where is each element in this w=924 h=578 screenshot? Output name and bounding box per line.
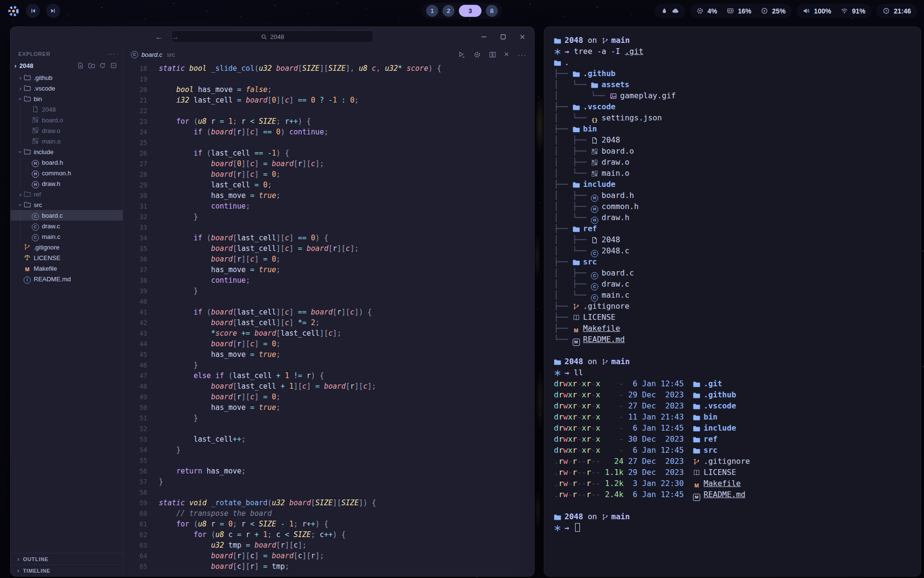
weather-widget[interactable] [654,4,685,18]
ls-output-line: drwxr-xr-x - 27 Dec 2023 .vscode [554,400,911,411]
file-tree: ›.github›.vscode›bin2048board.odraw.omai… [11,72,123,553]
code-line: 57} [123,476,534,487]
file-tree-item[interactable]: draw.o [11,125,123,136]
tree-output-line: ├── .gitignore [554,301,911,312]
terminal-window[interactable]: 2048 on main→ tree -a -I .git.├── .githu… [544,26,921,577]
outline-section-header[interactable]: › OUTLINE [11,553,123,565]
code-line: 42 board[last_cell][c] *= 2; [123,317,534,328]
code-line: 54 } [123,445,534,455]
code-line: 65 board[c][r] = tmp; [123,561,534,572]
forward-button[interactable]: → [171,33,179,41]
tree-output-line: │ ├── Cboard.c [554,267,911,278]
folder-icon [693,403,700,410]
code-line: 20 bool has_move = false; [123,84,534,95]
command-line: → ll [554,367,911,378]
clock-icon [883,7,890,14]
split-editor-button[interactable] [489,51,496,58]
code-line: 60 // transpose the board [123,508,534,519]
file-tree-item[interactable]: ›.vscode [11,83,123,93]
back-button[interactable]: ← [155,33,163,41]
tree-output-line: │ └── gameplay.gif [554,90,911,101]
audio-network-widget[interactable]: 100% 91% [796,4,872,18]
editor-tabbar: C board.c src × ··· [123,46,534,63]
tree-output-line: └── MREADME.md [554,334,911,345]
tab-path: src [167,51,175,58]
tree-output-line: │ └── {}settings.json [554,112,911,123]
file-tree-item[interactable]: Cmain.c [11,231,123,242]
file-tree-item[interactable]: ›bin [11,93,123,104]
git-branch-icon [602,37,609,44]
code-line: 26 if (last_cell == -1) { [123,148,534,158]
file-icon [591,137,598,144]
workspace-8[interactable]: 8 [486,5,498,17]
system-stats-widget[interactable]: 4% 16% 25% [690,4,792,18]
tree-output-line: │ ├── board.o [554,145,911,157]
file-tree-item[interactable]: ›src [11,199,123,210]
code-line: 27 board[0][c] = board[r][c]; [123,158,534,169]
run-code-button[interactable] [458,51,465,58]
media-next-button[interactable] [46,4,60,18]
file-tree-item[interactable]: Cdraw.c [11,221,123,231]
git-icon [24,243,31,250]
command-line: → [554,522,911,533]
project-root-label: 2048 [19,62,33,69]
file-tree-item[interactable]: ›ref [11,189,123,199]
new-file-button[interactable] [77,62,84,69]
code-line: 62 for (u8 c = r + 1; c < SIZE; c++) { [123,529,534,540]
explorer-more-actions[interactable]: ··· [107,50,115,57]
minimize-button[interactable] [481,34,487,40]
file-tree-item[interactable]: LICENSE [11,252,123,263]
code-line: 18static bool _slide_col(u32 board[SIZE]… [123,63,534,74]
code-editor[interactable]: 18static bool _slide_col(u32 board[SIZE]… [123,63,534,576]
launcher-icon[interactable] [7,4,20,17]
file-tree-item[interactable]: .gitignore [11,242,123,252]
c-file-icon: C [131,51,138,58]
maximize-button[interactable] [500,34,506,40]
refresh-explorer-button[interactable] [99,62,106,69]
folder-icon [693,414,700,421]
code-line: 64 board[r][c] = board[c][r]; [123,551,534,561]
media-prev-button[interactable] [26,4,40,18]
speaker-icon [803,7,810,14]
folder-icon [693,381,700,388]
file-tree-item[interactable]: ›include [11,146,123,157]
tab-board-c[interactable]: C board.c src [131,51,175,58]
file-tree-item[interactable]: Hdraw.h [11,178,123,189]
workspace-2[interactable]: 2 [443,5,455,17]
file-tree-item[interactable]: main.o [11,136,123,146]
project-root-row[interactable]: › 2048 [11,60,123,71]
memory-usage: 16% [738,7,751,15]
workspace-1[interactable]: 1 [426,5,438,17]
file-tree-item[interactable]: Hcommon.h [11,168,123,178]
code-line: 34 if (board[last_cell][c] == 0) { [123,233,534,243]
clock-widget[interactable]: 21:46 [876,4,917,18]
close-editor-button[interactable]: × [504,51,509,58]
file-label: ref [34,191,41,198]
makefile-icon: M [24,265,31,273]
git-branch-icon [602,358,609,366]
file-label: src [34,201,42,209]
file-tree-item[interactable]: MMakefile [11,263,123,274]
new-folder-button[interactable] [88,62,95,69]
file-tree-item[interactable]: Hboard.h [11,157,123,168]
file-tree-item[interactable]: 2048 [11,104,123,115]
file-tree-item[interactable]: iREADME.md [11,274,123,284]
command-center-search[interactable]: 2048 [171,30,373,43]
code-line: 52 [123,423,534,434]
editor-more-actions[interactable]: ··· [518,51,526,59]
file-tree-item[interactable]: ›.github [11,72,123,83]
close-button[interactable] [519,34,526,40]
file-tree-item[interactable]: board.o [11,115,123,125]
code-line: 61 for (u8 r = 0; r < SIZE - 1; r++) { [123,519,534,529]
binary-file-icon [591,159,598,166]
file-label: board.c [42,212,63,219]
previous-track-icon [30,8,36,14]
top-bar-right: 4% 16% 25% 100% 91% 21:46 [654,4,917,18]
settings-gear-icon[interactable] [474,51,481,58]
timeline-section-header[interactable]: › TIMELINE [11,565,123,576]
collapse-folders-button[interactable] [110,62,117,69]
file-tree-item[interactable]: Cboard.c [11,210,123,221]
code-line: 56 return has_move; [123,466,534,476]
tree-output-line: . [554,57,911,68]
workspace-3[interactable]: 3 [459,5,482,17]
